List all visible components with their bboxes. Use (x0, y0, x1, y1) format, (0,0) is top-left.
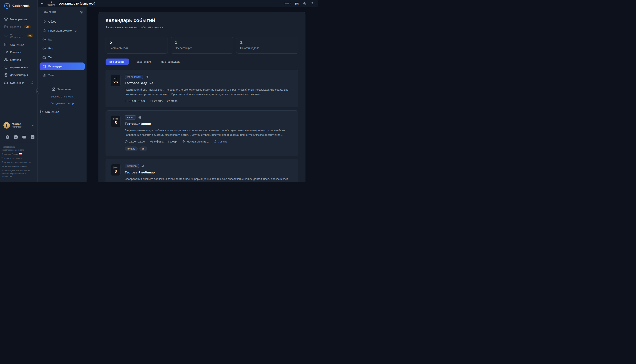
subnav-item-обзор[interactable]: Обзор (40, 18, 85, 26)
user-handle: @mtnfa9 (12, 126, 23, 128)
filter-tab[interactable]: На этой неделе (157, 58, 184, 65)
language-switcher[interactable]: RU (295, 2, 299, 5)
clock-icon (125, 100, 128, 102)
bell-icon[interactable] (310, 2, 313, 5)
sidebar-item-chart[interactable]: Статистики (2, 41, 36, 48)
legal-links: Условия пользования Политика конфиденциа… (2, 157, 35, 178)
filter-tabs: Все события Предстоящих На этой неделе (106, 58, 298, 65)
stat-card: 1 На этой неделе (236, 37, 298, 54)
support-email[interactable]: support@codenrock.com (2, 148, 35, 152)
calendar-panel: Календарь событий Расписание всех важных… (99, 12, 305, 182)
avatar (4, 122, 10, 128)
event-title: Тестовое задание (125, 81, 293, 85)
revert-draft-link[interactable]: Вернуть в черновик (38, 95, 87, 98)
file-icon (43, 29, 46, 32)
dev-badge: Dev (24, 26, 31, 28)
legal-link[interactable]: Лицензионное соглашение (2, 165, 35, 168)
subnav-item-тааа[interactable]: Тааа (40, 72, 85, 79)
chevron-left-icon (37, 90, 39, 92)
external-icon (214, 140, 216, 143)
gear-icon[interactable] (80, 11, 83, 14)
event-card[interactable]: февр. 8 Вебинар Тестовый вебинар Соображ… (106, 159, 298, 182)
legal-link[interactable]: Условия пользования (2, 157, 35, 160)
stat-card: 5 Всего событий (106, 37, 168, 54)
divider (3, 132, 35, 132)
page-subtitle: Расписание всех важных событий конкурса (106, 26, 298, 29)
globe-icon (146, 76, 149, 78)
subnav-item-правила-и-документы[interactable]: Правила и документы (40, 27, 85, 34)
stat-label: Предстоящих (175, 46, 229, 50)
event-date: февр. 8 (111, 164, 121, 176)
bar-chart-icon (40, 110, 43, 113)
trophy-icon (52, 88, 55, 91)
event-title: DUCKERZ CTF (demo test) (59, 2, 95, 5)
telegram-icon[interactable] (6, 135, 10, 139)
timezone-label: GMT-6 (284, 2, 291, 5)
support-label: Техподдержка: (2, 146, 35, 148)
vk-icon[interactable]: VK (14, 135, 18, 139)
main-content: Календарь событий Расписание всех важных… (87, 7, 318, 182)
filter-tab[interactable]: Предстоящих (131, 58, 155, 65)
stat-card: 1 Предстоящих (171, 37, 233, 54)
event-title: Тестовый анонс (125, 122, 293, 126)
event-type-badge: Анонс (125, 115, 136, 120)
sidebar-item-trending[interactable]: Рейтинги (2, 49, 36, 56)
event-description: Практический опыт показывает, что социал… (125, 88, 293, 96)
chart-icon (4, 43, 8, 46)
calendar-icon (43, 64, 46, 68)
sidebar-item-shield[interactable]: Админ-панель (2, 64, 36, 71)
event-logo[interactable]: Открыта регистрация DUCKERZ CTF (46, 0, 56, 6)
user-menu[interactable]: Михаил - @mtnfa9 (0, 121, 38, 130)
sidebar-collapse-button[interactable] (36, 88, 39, 94)
filter-tab[interactable]: Все события (106, 58, 129, 65)
made-in: Сделано в России (2, 153, 35, 156)
subnav-item-test[interactable]: Test (40, 54, 85, 61)
codenrock-logo-icon (4, 3, 10, 9)
event-type-badge: Регистрация (125, 75, 143, 79)
russia-flag-icon (19, 153, 22, 155)
main-sidebar: Codenrock Мероприятия Проекты Dev AI Wor… (0, 0, 38, 182)
event-date: янв. 26 (111, 75, 121, 86)
external-link-icon (31, 81, 33, 84)
help-icon (43, 38, 46, 41)
sidebar-item-file[interactable]: Документация (2, 72, 36, 78)
subnav-item-faq[interactable]: Faq (40, 45, 85, 52)
sidebar-footer: Техподдержка: support@codenrock.com Сдел… (0, 144, 38, 182)
stat-label: Всего событий (110, 46, 164, 50)
event-logo-title: DUCKERZ CTF (46, 5, 56, 6)
stat-value: 1 (240, 40, 294, 45)
youtube-icon[interactable] (22, 135, 26, 139)
event-meta-calendar: 5 февр. — 7 февр. (150, 140, 177, 143)
event-meta-clock: 12:00 - 12:00 (125, 99, 145, 102)
moon-icon[interactable] (303, 2, 306, 5)
admin-link[interactable]: Вы администратор (38, 102, 87, 105)
event-meta-external[interactable]: Ссылка (214, 140, 227, 143)
home-icon (43, 20, 46, 23)
back-arrow-icon[interactable] (41, 2, 44, 5)
subnav-item-календарь[interactable]: Календарь (40, 62, 85, 70)
briefcase-icon (43, 56, 46, 59)
help-icon (43, 47, 46, 50)
event-card[interactable]: янв. 26 Регистрация Тестовое задание Пра… (106, 70, 298, 107)
right-region: Открыта регистрация DUCKERZ CTF DUCKERZ … (38, 0, 318, 182)
workspace: НАВИГАЦИЯ Обзор Правила и документы faq … (38, 7, 318, 182)
status-label: Завершено (57, 88, 72, 91)
brand[interactable]: Codenrock (0, 0, 38, 12)
globe-icon (138, 116, 141, 119)
sidebar-item-building[interactable]: Компаниям (2, 79, 36, 86)
linkedin-icon[interactable]: in (31, 135, 35, 139)
sidebar-item-trophy[interactable]: Мероприятия (2, 16, 36, 22)
trending-icon (4, 50, 8, 54)
sidebar-item-folder[interactable]: Проекты Dev (2, 24, 36, 30)
event-meta-calendar: 26 янв. — 27 февр. (150, 99, 178, 102)
event-type-badge: Вебинар (125, 164, 139, 168)
sidebar-item-users[interactable]: Команда (2, 56, 36, 63)
event-card[interactable]: февр. 5 Анонс Тестовый анонс Задача орга… (106, 110, 298, 156)
subnav-item-faq[interactable]: faq (40, 36, 85, 43)
svg-text:in: in (32, 136, 34, 138)
legal-link[interactable]: Политика конфиденциальности (2, 161, 35, 164)
stat-label: На этой неделе (240, 46, 294, 50)
statistics-button[interactable]: Статистики (40, 108, 59, 115)
legal-link[interactable]: Информация о деятельности в области инфо… (2, 169, 35, 178)
sidebar-item-code[interactable]: AI Workspace Dev (2, 31, 36, 40)
